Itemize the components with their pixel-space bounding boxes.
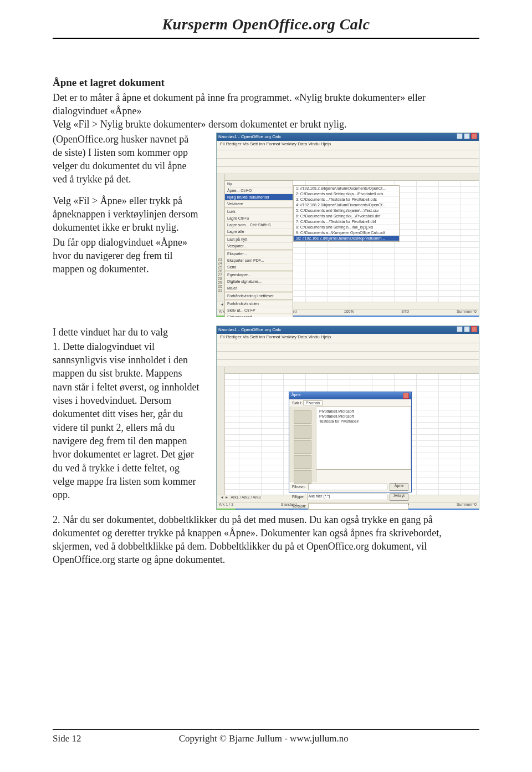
left2-p1: I dette vinduet har du to valg [53,326,200,339]
cell-reference-bar[interactable] [217,360,479,367]
file-item[interactable]: Pivottabell.Microsoft [318,409,409,414]
section-heading: Åpne et lagret dokument [53,75,479,90]
window-titlebar: Navnløs1 - OpenOffice.org Calc [217,326,479,334]
screenshot-1: Navnløs1 - OpenOffice.org Calc Fil Redig… [216,133,479,317]
file-item[interactable]: Pivottabell.Microsoft [318,414,409,419]
left1-p1: (OpenOffice.org husker navnet på de sist… [53,133,200,186]
footer-page-number: Side 12 [53,733,81,744]
recent-item[interactable]: 3: C:\Documents ...\Testdata for Pivotta… [294,197,399,202]
version-field[interactable] [308,503,408,510]
places-sidebar[interactable] [289,407,316,482]
menu-item[interactable]: Lukk [225,209,293,215]
column-headers[interactable] [217,367,479,374]
dialog-titlebar: Åpne [289,392,411,399]
page-footer: Side 12 Copyright © Bjarne Jullum - www.… [53,729,479,744]
footer-copyright: Copyright © Bjarne Jullum - www.jullum.n… [179,733,349,744]
menu-item[interactable]: Last på nytt [225,236,293,243]
open-button[interactable]: Åpne [390,483,408,491]
menu-item[interactable]: Egenskaper... [225,272,293,278]
places-item[interactable] [294,440,311,454]
file-menu-dropdown[interactable]: Ny Åpne... Ctrl+O Nylig brukte dokumente… [224,180,293,317]
recent-item[interactable]: 10: //192.168.2.8/bjarne/Jullum/Desktop/… [294,236,399,241]
menubar[interactable]: Fil Rediger Vis Sett inn Format Verktøy … [217,334,479,343]
menu-item[interactable]: Lagre som... Ctrl+Shift+S [225,222,293,228]
left1-p2: Velg «Fil > Åpne» eller trykk på åpnekna… [53,194,200,235]
start-button[interactable]: Start [217,509,236,510]
lookin-label: Søk i: [292,401,302,405]
left-column-1: (OpenOffice.org husker navnet på de sist… [53,133,200,277]
menu-item[interactable]: Maler [225,285,293,292]
toolbar-standard[interactable] [217,150,479,159]
intro-paragraph-2: Velg «Fil > Nylig brukte dokumenter» der… [53,118,479,131]
menu-item[interactable]: Skriv ut... Ctrl+P [225,307,293,314]
menu-item[interactable]: Send [225,264,293,271]
footer-rule [53,729,479,730]
filename-field[interactable] [308,484,387,490]
row-headers[interactable] [217,367,225,495]
recent-item[interactable]: 4: //192.168.2.8/bjarne/Jullum/Documents… [294,202,399,208]
file-list[interactable]: Pivottabell.Microsoft Pivottabell.Micros… [316,407,411,470]
spreadsheet-grid[interactable]: Ny Åpne... Ctrl+O Nylig brukte dokumente… [217,174,479,302]
menu-item[interactable]: Eksporter som PDF... [225,257,293,264]
menubar[interactable]: Fil Rediger Vis Sett inn Format Verktøy … [217,141,479,150]
window-title: Navnløs1 - OpenOffice.org Calc [218,134,281,139]
intro-paragraph-1: Det er to måter å åpne et dokument på in… [53,91,479,118]
toolbar-formatting[interactable] [217,352,479,360]
window-titlebar: Navnløs1 - OpenOffice.org Calc [217,133,479,141]
recent-item[interactable]: 7: C:\Documents ...\Testdata for Pivotta… [294,219,399,225]
window-buttons[interactable] [456,133,477,140]
places-item[interactable] [294,410,311,424]
version-label: Versjon: [292,504,306,508]
menu-item[interactable]: Versjoner... [225,243,293,250]
cancel-button[interactable]: Avbryt [390,493,408,501]
taskbar-item[interactable]: Editor - Photoshop El... [292,316,345,317]
places-item[interactable] [294,425,311,439]
window-buttons[interactable] [456,326,477,333]
after-p1: 2. Når du ser dokumentet, dobbeltklikker… [53,513,479,567]
toolbar-formatting[interactable] [217,159,479,167]
recent-item[interactable]: 2: C:\Documents and Settings\bja...\Pivo… [294,191,399,197]
menu-item[interactable]: Eksporter... [225,251,293,257]
filetype-field[interactable]: Alle filer (*.*) [307,494,387,500]
lookin-combo[interactable]: Pivottab [303,400,323,405]
menu-item[interactable]: Veivisere [225,201,293,207]
menu-item[interactable]: Lagre Ctrl+S [225,215,293,222]
menu-item[interactable]: Skriveroppsett... [225,314,293,317]
cell-reference-bar[interactable] [217,167,479,174]
after-paragraphs: 2. Når du ser dokumentet, dobbeltklikker… [53,513,479,567]
spreadsheet-grid[interactable]: Åpne Søk i: Pivottab [217,367,479,495]
taskbar-item[interactable]: Navnløs1 - OpenOffi... [238,509,289,510]
recent-item[interactable]: 9: C:\Documents a...\Kursperm OpenOffice… [294,230,399,236]
menu-item[interactable]: Lagre alle [225,228,293,235]
menu-item[interactable]: Forhåndsvisning i nettleser [225,293,293,299]
filetype-label: Filtype: [292,495,305,499]
toolbar-standard[interactable] [217,343,479,352]
body-area: Åpne et lagret dokument Det er to måter … [53,75,479,567]
menu-item[interactable]: Digitale signaturer... [225,278,293,285]
recent-item[interactable]: 8: C:\Documents and Settings\...\tull_ip… [294,225,399,230]
page-header-title: Kursperm OpenOffice.org Calc [53,16,479,33]
left-column-2: I dette vinduet har du to valg 1. Dette … [53,326,200,503]
filename-label: Filnavn: [292,485,306,489]
file-item[interactable]: Testdata for Pivottabell [318,419,409,424]
open-dialog[interactable]: Åpne Søk i: Pivottab [289,392,412,492]
menu-item[interactable]: Ny [225,181,293,187]
close-icon[interactable] [403,393,409,399]
left1-p3: Du får opp dialogvinduet «Åpne» hvor du … [53,236,200,276]
menu-item-recent[interactable]: Nylig brukte dokumenter [225,194,293,201]
places-item[interactable] [294,455,311,469]
row-numbers-snippet: 232425262728293031 [218,257,222,292]
menu-item[interactable]: Åpne... Ctrl+O [225,187,293,194]
recent-documents-submenu[interactable]: 1: //192.168.2.8/bjarne/Jullum/Documents… [293,185,400,242]
screenshot-2: Navnløs1 - OpenOffice.org Calc Fil Redig… [216,326,479,510]
recent-item[interactable]: 6: C:\Documents and Settings\bj...\Pivot… [294,214,399,219]
window-title: Navnløs1 - OpenOffice.org Calc [218,327,281,332]
menu-item[interactable]: Forhåndsvis siden [225,301,293,307]
places-item[interactable] [294,470,311,484]
recent-item[interactable]: 1: //192.168.2.8/bjarne/Jullum/Documents… [294,186,399,191]
header-rule [53,38,479,39]
left2-p2: 1. Dette dialogvinduet vil sannsynligvis… [53,340,200,502]
recent-item[interactable]: 5: C:\Documents and Settings\bjarne\...\… [294,208,399,214]
